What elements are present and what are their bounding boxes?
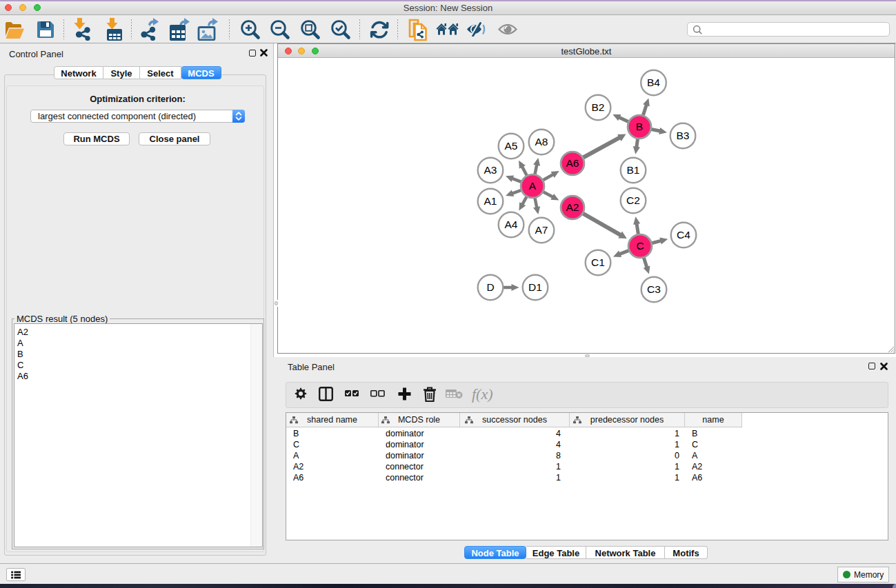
svg-text:C2: C2 bbox=[626, 194, 640, 206]
svg-text:A4: A4 bbox=[505, 219, 518, 230]
svg-text:A6: A6 bbox=[566, 157, 579, 169]
svg-text:C3: C3 bbox=[647, 283, 661, 295]
svg-text:A3: A3 bbox=[484, 164, 497, 176]
svg-text:A: A bbox=[529, 180, 537, 192]
svg-text:D1: D1 bbox=[528, 281, 542, 293]
svg-text:B4: B4 bbox=[647, 77, 660, 88]
svg-text:B1: B1 bbox=[627, 164, 640, 176]
svg-text:B2: B2 bbox=[592, 101, 605, 113]
svg-text:C1: C1 bbox=[591, 256, 605, 268]
svg-text:A5: A5 bbox=[505, 140, 518, 152]
svg-text:C4: C4 bbox=[677, 229, 690, 241]
svg-text:A2: A2 bbox=[566, 201, 579, 213]
svg-text:A1: A1 bbox=[484, 195, 497, 207]
svg-text:B3: B3 bbox=[677, 130, 690, 141]
svg-text:A7: A7 bbox=[535, 224, 548, 236]
svg-text:C: C bbox=[636, 240, 644, 252]
svg-text:A8: A8 bbox=[535, 136, 548, 148]
svg-text:B: B bbox=[636, 121, 643, 132]
svg-text:D: D bbox=[486, 281, 494, 293]
